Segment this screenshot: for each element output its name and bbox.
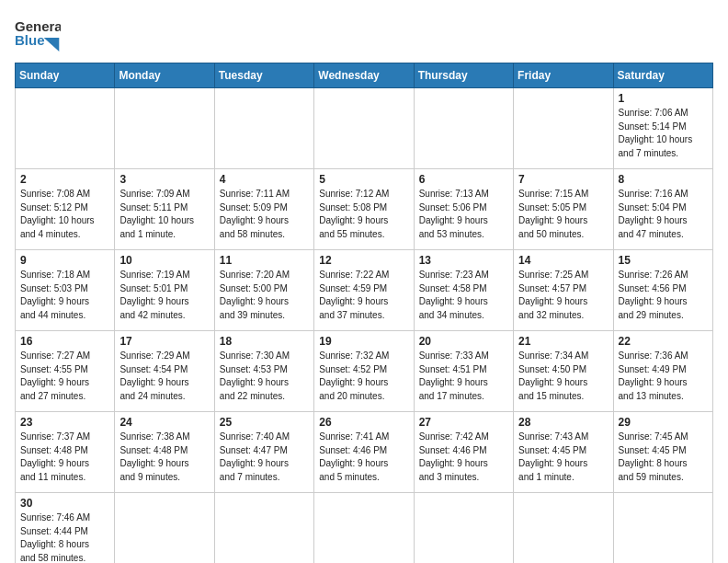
calendar-day-cell: 9Sunrise: 7:18 AM Sunset: 5:03 PM Daylig… bbox=[16, 250, 115, 331]
day-info: Sunrise: 7:26 AM Sunset: 4:56 PM Dayligh… bbox=[619, 269, 708, 322]
day-number: 23 bbox=[20, 416, 109, 429]
day-info: Sunrise: 7:12 AM Sunset: 5:08 PM Dayligh… bbox=[319, 188, 408, 241]
day-number: 9 bbox=[20, 254, 109, 267]
day-number: 5 bbox=[319, 173, 408, 186]
calendar-day-cell bbox=[115, 88, 214, 169]
calendar-day-header: Thursday bbox=[414, 63, 513, 88]
calendar-day-header: Tuesday bbox=[214, 63, 313, 88]
day-number: 28 bbox=[518, 416, 608, 429]
calendar-header-row: SundayMondayTuesdayWednesdayThursdayFrid… bbox=[16, 63, 713, 88]
day-number: 2 bbox=[20, 173, 109, 186]
calendar-day-cell: 17Sunrise: 7:29 AM Sunset: 4:54 PM Dayli… bbox=[115, 331, 214, 412]
calendar-day-cell bbox=[314, 493, 414, 564]
day-info: Sunrise: 7:36 AM Sunset: 4:49 PM Dayligh… bbox=[619, 350, 708, 403]
day-number: 3 bbox=[119, 173, 209, 186]
calendar-day-cell: 27Sunrise: 7:42 AM Sunset: 4:46 PM Dayli… bbox=[414, 412, 513, 493]
day-info: Sunrise: 7:37 AM Sunset: 4:48 PM Dayligh… bbox=[20, 431, 109, 484]
day-info: Sunrise: 7:45 AM Sunset: 4:45 PM Dayligh… bbox=[619, 431, 708, 484]
calendar-day-cell bbox=[514, 493, 613, 564]
day-info: Sunrise: 7:23 AM Sunset: 4:58 PM Dayligh… bbox=[419, 269, 508, 322]
calendar-day-cell: 25Sunrise: 7:40 AM Sunset: 4:47 PM Dayli… bbox=[214, 412, 313, 493]
day-info: Sunrise: 7:34 AM Sunset: 4:50 PM Dayligh… bbox=[518, 350, 608, 403]
day-number: 30 bbox=[20, 497, 109, 510]
day-info: Sunrise: 7:20 AM Sunset: 5:00 PM Dayligh… bbox=[220, 269, 309, 322]
day-number: 24 bbox=[119, 416, 209, 429]
day-number: 26 bbox=[319, 416, 408, 429]
day-info: Sunrise: 7:19 AM Sunset: 5:01 PM Dayligh… bbox=[119, 269, 209, 322]
calendar-week-row: 1Sunrise: 7:06 AM Sunset: 5:14 PM Daylig… bbox=[16, 88, 713, 169]
calendar-day-cell: 8Sunrise: 7:16 AM Sunset: 5:04 PM Daylig… bbox=[613, 169, 712, 250]
day-number: 14 bbox=[518, 254, 608, 267]
calendar-day-cell: 23Sunrise: 7:37 AM Sunset: 4:48 PM Dayli… bbox=[16, 412, 115, 493]
calendar-table: SundayMondayTuesdayWednesdayThursdayFrid… bbox=[15, 63, 713, 563]
calendar-day-cell: 12Sunrise: 7:22 AM Sunset: 4:59 PM Dayli… bbox=[314, 250, 414, 331]
calendar-day-cell bbox=[613, 493, 712, 564]
calendar-day-cell bbox=[514, 88, 613, 169]
day-number: 29 bbox=[619, 416, 708, 429]
calendar-day-cell bbox=[115, 493, 214, 564]
day-number: 8 bbox=[619, 173, 708, 186]
day-info: Sunrise: 7:09 AM Sunset: 5:11 PM Dayligh… bbox=[119, 188, 209, 241]
calendar-day-header: Saturday bbox=[613, 63, 712, 88]
svg-text:Blue: Blue bbox=[15, 32, 45, 48]
calendar-day-cell: 21Sunrise: 7:34 AM Sunset: 4:50 PM Dayli… bbox=[514, 331, 613, 412]
day-info: Sunrise: 7:27 AM Sunset: 4:55 PM Dayligh… bbox=[20, 350, 109, 403]
day-number: 20 bbox=[419, 335, 508, 348]
logo: General Blue bbox=[15, 15, 64, 52]
calendar-week-row: 16Sunrise: 7:27 AM Sunset: 4:55 PM Dayli… bbox=[16, 331, 713, 412]
calendar-day-cell: 1Sunrise: 7:06 AM Sunset: 5:14 PM Daylig… bbox=[613, 88, 712, 169]
calendar-day-cell: 19Sunrise: 7:32 AM Sunset: 4:52 PM Dayli… bbox=[314, 331, 414, 412]
day-info: Sunrise: 7:13 AM Sunset: 5:06 PM Dayligh… bbox=[419, 188, 508, 241]
calendar-day-cell: 18Sunrise: 7:30 AM Sunset: 4:53 PM Dayli… bbox=[214, 331, 313, 412]
day-info: Sunrise: 7:32 AM Sunset: 4:52 PM Dayligh… bbox=[319, 350, 408, 403]
day-info: Sunrise: 7:29 AM Sunset: 4:54 PM Dayligh… bbox=[119, 350, 209, 403]
calendar-day-cell: 24Sunrise: 7:38 AM Sunset: 4:48 PM Dayli… bbox=[115, 412, 214, 493]
day-number: 6 bbox=[419, 173, 508, 186]
page-header: General Blue bbox=[15, 15, 713, 52]
calendar-day-cell: 6Sunrise: 7:13 AM Sunset: 5:06 PM Daylig… bbox=[414, 169, 513, 250]
day-number: 27 bbox=[419, 416, 508, 429]
calendar-day-cell: 30Sunrise: 7:46 AM Sunset: 4:44 PM Dayli… bbox=[16, 493, 115, 564]
svg-marker-2 bbox=[44, 38, 60, 52]
calendar-day-cell: 26Sunrise: 7:41 AM Sunset: 4:46 PM Dayli… bbox=[314, 412, 414, 493]
day-number: 17 bbox=[119, 335, 209, 348]
day-number: 22 bbox=[619, 335, 708, 348]
calendar-day-cell bbox=[16, 88, 115, 169]
calendar-day-cell: 20Sunrise: 7:33 AM Sunset: 4:51 PM Dayli… bbox=[414, 331, 513, 412]
day-number: 4 bbox=[220, 173, 309, 186]
calendar-day-cell: 10Sunrise: 7:19 AM Sunset: 5:01 PM Dayli… bbox=[115, 250, 214, 331]
day-info: Sunrise: 7:33 AM Sunset: 4:51 PM Dayligh… bbox=[419, 350, 508, 403]
calendar-day-cell bbox=[414, 493, 513, 564]
calendar-day-cell: 22Sunrise: 7:36 AM Sunset: 4:49 PM Dayli… bbox=[613, 331, 712, 412]
day-info: Sunrise: 7:16 AM Sunset: 5:04 PM Dayligh… bbox=[619, 188, 708, 241]
calendar-day-cell: 15Sunrise: 7:26 AM Sunset: 4:56 PM Dayli… bbox=[613, 250, 712, 331]
calendar-day-cell: 11Sunrise: 7:20 AM Sunset: 5:00 PM Dayli… bbox=[214, 250, 313, 331]
day-number: 16 bbox=[20, 335, 109, 348]
calendar-day-header: Sunday bbox=[16, 63, 115, 88]
calendar-day-cell: 5Sunrise: 7:12 AM Sunset: 5:08 PM Daylig… bbox=[314, 169, 414, 250]
calendar-day-cell bbox=[414, 88, 513, 169]
calendar-week-row: 30Sunrise: 7:46 AM Sunset: 4:44 PM Dayli… bbox=[16, 493, 713, 564]
calendar-day-cell: 14Sunrise: 7:25 AM Sunset: 4:57 PM Dayli… bbox=[514, 250, 613, 331]
calendar-day-cell: 16Sunrise: 7:27 AM Sunset: 4:55 PM Dayli… bbox=[16, 331, 115, 412]
day-number: 18 bbox=[220, 335, 309, 348]
day-number: 15 bbox=[619, 254, 708, 267]
calendar-day-cell: 3Sunrise: 7:09 AM Sunset: 5:11 PM Daylig… bbox=[115, 169, 214, 250]
day-info: Sunrise: 7:42 AM Sunset: 4:46 PM Dayligh… bbox=[419, 431, 508, 484]
day-info: Sunrise: 7:06 AM Sunset: 5:14 PM Dayligh… bbox=[619, 107, 708, 160]
day-info: Sunrise: 7:18 AM Sunset: 5:03 PM Dayligh… bbox=[20, 269, 109, 322]
day-number: 10 bbox=[119, 254, 209, 267]
day-number: 19 bbox=[319, 335, 408, 348]
day-info: Sunrise: 7:22 AM Sunset: 4:59 PM Dayligh… bbox=[319, 269, 408, 322]
day-info: Sunrise: 7:46 AM Sunset: 4:44 PM Dayligh… bbox=[20, 511, 109, 563]
day-number: 11 bbox=[220, 254, 309, 267]
calendar-day-header: Wednesday bbox=[314, 63, 414, 88]
calendar-week-row: 2Sunrise: 7:08 AM Sunset: 5:12 PM Daylig… bbox=[16, 169, 713, 250]
calendar-day-cell: 28Sunrise: 7:43 AM Sunset: 4:45 PM Dayli… bbox=[514, 412, 613, 493]
calendar-day-cell: 7Sunrise: 7:15 AM Sunset: 5:05 PM Daylig… bbox=[514, 169, 613, 250]
calendar-week-row: 9Sunrise: 7:18 AM Sunset: 5:03 PM Daylig… bbox=[16, 250, 713, 331]
day-info: Sunrise: 7:43 AM Sunset: 4:45 PM Dayligh… bbox=[518, 431, 608, 484]
day-info: Sunrise: 7:25 AM Sunset: 4:57 PM Dayligh… bbox=[518, 269, 608, 322]
calendar-day-cell: 13Sunrise: 7:23 AM Sunset: 4:58 PM Dayli… bbox=[414, 250, 513, 331]
day-number: 1 bbox=[619, 92, 708, 105]
